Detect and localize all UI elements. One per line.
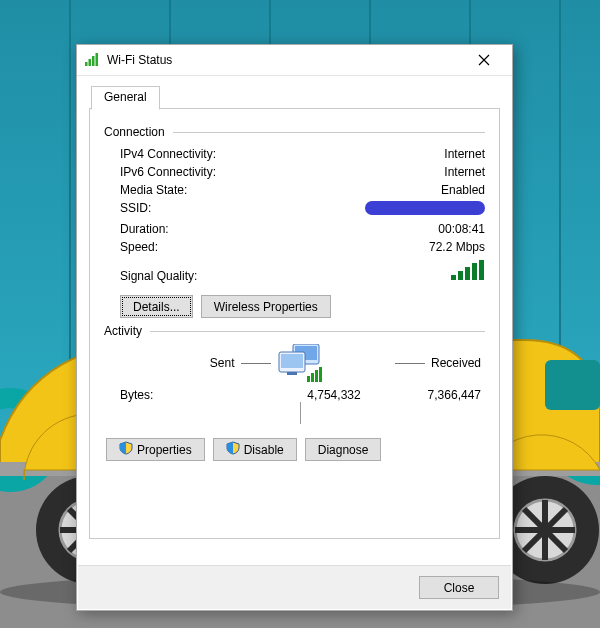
row-speed: Speed:72.2 Mbps bbox=[104, 238, 485, 256]
bytes-recv-value: 7,366,447 bbox=[428, 388, 481, 402]
shield-icon bbox=[119, 441, 133, 458]
svg-rect-32 bbox=[96, 53, 99, 66]
close-icon bbox=[478, 54, 490, 66]
activity-header: Sent bbox=[104, 344, 485, 382]
group-activity-label: Activity bbox=[104, 324, 142, 338]
bytes-sent-value: 4,754,332 bbox=[307, 388, 360, 402]
wifi-status-window: Wi-Fi Status General Connection IPv4 Con… bbox=[76, 44, 513, 611]
row-ipv6: IPv6 Connectivity:Internet bbox=[104, 163, 485, 181]
group-connection-label: Connection bbox=[104, 125, 165, 139]
wifi-icon bbox=[85, 52, 101, 69]
svg-rect-44 bbox=[311, 373, 314, 382]
row-duration: Duration:00:08:41 bbox=[104, 220, 485, 238]
row-ipv4: IPv4 Connectivity:Internet bbox=[104, 145, 485, 163]
row-signal-quality: Signal Quality: bbox=[104, 256, 485, 291]
svg-rect-35 bbox=[465, 267, 470, 280]
svg-rect-41 bbox=[281, 354, 303, 368]
ssid-redacted bbox=[365, 201, 485, 215]
details-button[interactable]: Details... bbox=[120, 295, 193, 318]
svg-rect-37 bbox=[479, 260, 484, 280]
svg-rect-46 bbox=[319, 367, 322, 382]
close-button[interactable] bbox=[464, 46, 504, 74]
tabstrip: General bbox=[89, 84, 500, 109]
signal-bars-icon bbox=[451, 260, 485, 283]
general-panel: Connection IPv4 Connectivity:Internet IP… bbox=[89, 109, 500, 539]
group-connection: Connection bbox=[104, 125, 485, 139]
svg-rect-29 bbox=[85, 62, 88, 66]
svg-rect-30 bbox=[89, 59, 92, 66]
desktop-background: Wi-Fi Status General Connection IPv4 Con… bbox=[0, 0, 600, 628]
wireless-properties-button[interactable]: Wireless Properties bbox=[201, 295, 331, 318]
titlebar[interactable]: Wi-Fi Status bbox=[77, 45, 512, 76]
group-activity: Activity bbox=[104, 324, 485, 338]
svg-rect-42 bbox=[287, 372, 297, 375]
row-ssid: SSID: bbox=[104, 199, 485, 220]
svg-rect-45 bbox=[315, 370, 318, 382]
properties-button[interactable]: Properties bbox=[106, 438, 205, 461]
monitors-icon bbox=[277, 344, 325, 382]
svg-rect-12 bbox=[545, 360, 600, 410]
diagnose-button[interactable]: Diagnose bbox=[305, 438, 382, 461]
svg-rect-34 bbox=[458, 271, 463, 280]
svg-rect-43 bbox=[307, 376, 310, 382]
window-title: Wi-Fi Status bbox=[107, 53, 172, 67]
svg-rect-36 bbox=[472, 263, 477, 280]
svg-rect-31 bbox=[92, 56, 95, 66]
disable-button[interactable]: Disable bbox=[213, 438, 297, 461]
svg-rect-33 bbox=[451, 275, 456, 280]
dialog-footer: Close bbox=[78, 565, 511, 609]
row-media-state: Media State:Enabled bbox=[104, 181, 485, 199]
row-bytes: Bytes: 4,754,332 7,366,447 bbox=[104, 382, 485, 402]
tab-general[interactable]: General bbox=[91, 86, 160, 110]
close-footer-button[interactable]: Close bbox=[419, 576, 499, 599]
shield-icon bbox=[226, 441, 240, 458]
divider bbox=[300, 402, 301, 424]
